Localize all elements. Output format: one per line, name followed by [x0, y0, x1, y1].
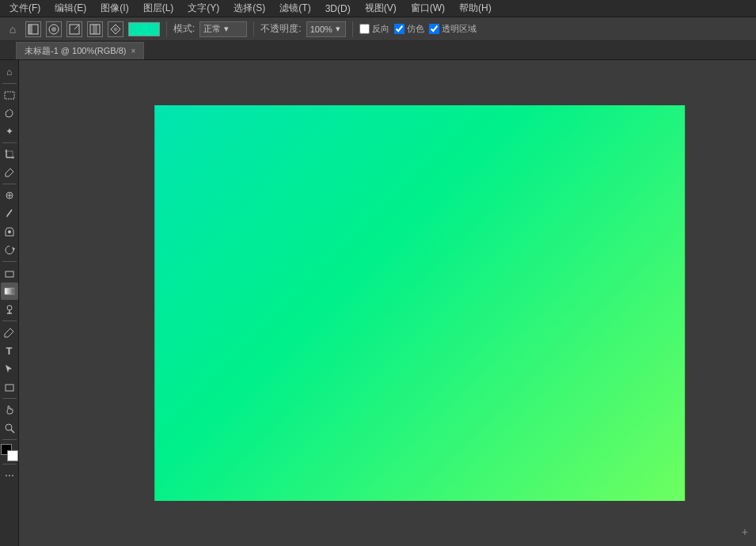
- svg-point-3: [51, 27, 56, 32]
- svg-rect-7: [93, 25, 97, 34]
- dither-group: 仿色: [394, 23, 424, 35]
- menu-view[interactable]: 视图(V): [359, 0, 403, 17]
- separator-1: [166, 21, 167, 37]
- angle-gradient-btn[interactable]: [66, 21, 82, 37]
- transparency-checkbox[interactable]: [429, 24, 439, 34]
- lasso-tool[interactable]: [1, 104, 18, 122]
- gradient-tool[interactable]: [1, 282, 18, 300]
- svg-point-20: [8, 230, 11, 233]
- menu-bar: 文件(F) 编辑(E) 图像(I) 图层(L) 文字(Y) 选择(S) 滤镜(T…: [0, 0, 756, 17]
- eyedropper-tool[interactable]: [1, 164, 18, 181]
- menu-file[interactable]: 文件(F): [3, 0, 47, 17]
- tool-separator-7: [2, 439, 17, 440]
- tab-close-btn[interactable]: ×: [131, 47, 136, 55]
- text-tool[interactable]: T: [1, 342, 18, 359]
- opacity-input[interactable]: 100% ▾: [306, 21, 346, 37]
- menu-edit[interactable]: 编辑(E): [48, 0, 93, 17]
- tab-bar: 未标题-1 @ 100%(RGB/8) ×: [0, 41, 756, 60]
- separator-2: [253, 21, 254, 37]
- reflected-gradient-btn[interactable]: [87, 21, 103, 37]
- pen-tool[interactable]: [1, 324, 18, 341]
- document-tab[interactable]: 未标题-1 @ 100%(RGB/8) ×: [16, 42, 144, 59]
- healing-brush-tool[interactable]: [1, 187, 18, 204]
- tool-separator-3: [2, 184, 17, 184]
- tool-separator-4: [2, 261, 17, 262]
- radial-gradient-btn[interactable]: [46, 21, 62, 37]
- transparency-label: 透明区域: [442, 23, 477, 35]
- menu-3d[interactable]: 3D(D): [319, 2, 357, 16]
- menu-image[interactable]: 图像(I): [94, 0, 135, 17]
- dodge-tool[interactable]: [1, 301, 18, 318]
- menu-select[interactable]: 选择(S): [227, 0, 272, 17]
- transparency-group: 透明区域: [429, 23, 477, 35]
- tool-separator-5: [2, 320, 17, 321]
- svg-rect-10: [5, 92, 14, 99]
- svg-line-5: [74, 25, 79, 29]
- svg-rect-27: [6, 385, 13, 391]
- reverse-checkbox[interactable]: [359, 24, 370, 34]
- more-tools-btn[interactable]: ⋯: [1, 467, 18, 484]
- tool-separator-2: [2, 142, 17, 143]
- magic-wand-tool[interactable]: ✦: [1, 123, 18, 140]
- rectangle-select-tool[interactable]: [1, 86, 18, 104]
- canvas-container: [154, 105, 685, 501]
- history-brush-tool[interactable]: [1, 241, 18, 259]
- svg-line-19: [7, 210, 12, 216]
- linear-gradient-btn[interactable]: [25, 21, 41, 37]
- menu-layer[interactable]: 图层(L): [137, 0, 180, 17]
- options-bar: ⌂ 模式: 正常 ▾ 不透明度: 100% ▾ 反向 仿色 透明区域: [0, 17, 756, 41]
- path-select-tool[interactable]: [1, 360, 18, 377]
- tool-separator-6: [2, 398, 17, 399]
- svg-rect-22: [6, 271, 13, 277]
- gradient-color-swatch[interactable]: [128, 22, 160, 36]
- clone-stamp-tool[interactable]: [1, 223, 18, 241]
- canvas-area[interactable]: +: [19, 60, 756, 546]
- separator-3: [352, 21, 353, 37]
- menu-help[interactable]: 帮助(H): [453, 0, 498, 17]
- main-area: ⌂ ✦: [0, 60, 756, 546]
- ps-home-icon[interactable]: ⌂: [5, 21, 21, 37]
- background-color[interactable]: [7, 450, 18, 461]
- reverse-group: 反向: [359, 23, 389, 35]
- mode-dropdown[interactable]: 正常 ▾: [199, 21, 247, 37]
- svg-marker-9: [113, 27, 118, 32]
- color-tools[interactable]: [1, 444, 18, 461]
- mode-label: 模式:: [173, 22, 195, 36]
- canvas-content: [154, 105, 685, 501]
- corner-plus-icon: +: [742, 525, 748, 538]
- svg-point-24: [7, 305, 12, 310]
- svg-marker-21: [12, 247, 15, 251]
- brush-tool[interactable]: [1, 205, 18, 222]
- zoom-tool[interactable]: [1, 419, 18, 437]
- svg-line-29: [11, 430, 14, 433]
- svg-point-28: [6, 424, 12, 430]
- hand-tool[interactable]: [1, 401, 18, 419]
- tool-separator-8: [2, 464, 17, 464]
- left-toolbar: ⌂ ✦: [0, 60, 19, 546]
- svg-rect-1: [28, 25, 32, 34]
- tab-title: 未标题-1 @ 100%(RGB/8): [25, 45, 127, 57]
- eraser-tool[interactable]: [1, 264, 18, 282]
- menu-window[interactable]: 窗口(W): [405, 0, 451, 17]
- svg-line-15: [10, 169, 13, 172]
- dither-checkbox[interactable]: [394, 24, 405, 34]
- crop-tool[interactable]: [1, 146, 18, 163]
- shape-tool[interactable]: [1, 378, 18, 396]
- dither-label: 仿色: [407, 23, 424, 35]
- home-tool-icon[interactable]: ⌂: [1, 63, 18, 81]
- menu-filter[interactable]: 滤镜(T): [273, 0, 317, 17]
- opacity-label: 不透明度:: [260, 22, 301, 36]
- reverse-label: 反向: [372, 23, 389, 35]
- tool-separator-1: [2, 83, 17, 84]
- menu-text[interactable]: 文字(Y): [181, 0, 226, 17]
- diamond-gradient-btn[interactable]: [108, 21, 123, 37]
- svg-rect-23: [5, 288, 14, 294]
